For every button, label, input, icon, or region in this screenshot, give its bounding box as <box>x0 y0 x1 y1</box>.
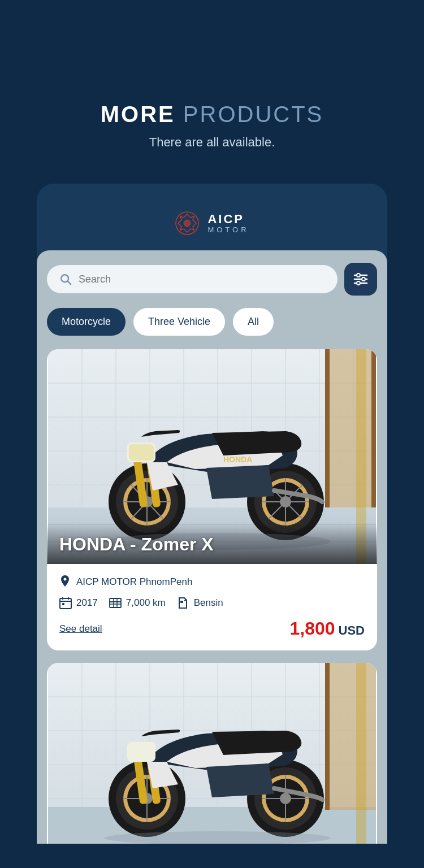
calendar-icon <box>59 597 72 609</box>
app-container: AICP MOTOR <box>37 184 387 844</box>
svg-line-3 <box>68 281 71 284</box>
more-text: MORE <box>101 102 175 127</box>
svg-rect-61 <box>110 598 121 607</box>
filter-tabs: Motorcycle Three Vehicle All <box>47 308 377 336</box>
spec-mileage-1: 7,000 km <box>109 597 166 609</box>
location-pin-icon <box>59 575 71 589</box>
price-amount-1: 1,800 <box>289 618 335 639</box>
vehicle-image-2 <box>47 663 377 844</box>
svg-rect-81 <box>325 663 376 810</box>
price-row-1: See detail 1,800 USD <box>59 618 365 639</box>
svg-rect-83 <box>356 663 366 844</box>
fuel-icon <box>177 597 189 609</box>
tab-motorcycle[interactable]: Motorcycle <box>47 308 126 336</box>
search-input-wrap[interactable] <box>47 265 338 293</box>
vehicle-image-1: HONDA HONDA - Zomer X <box>47 349 377 564</box>
svg-rect-56 <box>60 598 71 609</box>
search-input[interactable] <box>79 274 325 285</box>
tab-three-vehicle[interactable]: Three Vehicle <box>133 308 225 336</box>
vehicle-card-2 <box>47 663 377 844</box>
page-title: MORE PRODUCTS <box>23 102 401 127</box>
logo-motor: MOTOR <box>207 226 249 234</box>
svg-rect-29 <box>325 349 330 507</box>
vehicle-card-1: HONDA HONDA - Zomer X AICP MOTOR PhnomPe… <box>47 349 377 650</box>
specs-row-1: 2017 7,000 km <box>59 597 365 609</box>
subtitle-text: There are all available. <box>23 135 401 150</box>
svg-point-8 <box>362 277 365 281</box>
tab-all[interactable]: All <box>233 308 274 336</box>
svg-rect-66 <box>180 601 183 603</box>
svg-point-9 <box>357 281 360 285</box>
vehicle-name-1: HONDA - Zomer X <box>59 534 365 555</box>
price-wrap-1: 1,800 USD <box>289 618 365 639</box>
fuel-text-1: Bensin <box>194 597 223 609</box>
vehicle-details-1: AICP MOTOR PhnomPenh 2017 <box>47 564 377 650</box>
motorcycle-image-2 <box>47 663 377 844</box>
see-detail-1[interactable]: See detail <box>59 623 102 635</box>
svg-rect-60 <box>62 603 64 605</box>
top-section: MORE PRODUCTS There are all available. <box>0 0 424 184</box>
logo-text: AICP MOTOR <box>207 212 249 234</box>
filter-icon <box>353 273 368 285</box>
logo-aicp: AICP <box>207 212 249 226</box>
svg-point-7 <box>357 274 360 277</box>
svg-point-2 <box>61 275 68 282</box>
filter-button[interactable] <box>344 263 377 296</box>
logo-icon <box>175 211 200 236</box>
price-currency-1: USD <box>339 623 365 638</box>
search-bar-row <box>47 263 377 296</box>
year-text-1: 2017 <box>76 597 98 609</box>
svg-text:HONDA: HONDA <box>223 455 252 464</box>
location-row-1: AICP MOTOR PhnomPenh <box>59 575 365 589</box>
vehicle-name-overlay-1: HONDA - Zomer X <box>47 523 377 564</box>
spec-fuel-1: Bensin <box>177 597 223 609</box>
products-text: PRODUCTS <box>183 102 323 127</box>
svg-rect-30 <box>371 349 376 507</box>
mileage-icon <box>109 597 122 609</box>
svg-rect-28 <box>325 349 376 507</box>
svg-rect-100 <box>127 742 155 762</box>
svg-rect-53 <box>129 444 154 461</box>
svg-rect-82 <box>325 663 330 810</box>
app-header: AICP MOTOR <box>37 201 387 250</box>
search-icon <box>59 273 72 285</box>
app-body: Motorcycle Three Vehicle All <box>37 250 387 844</box>
location-text-1: AICP MOTOR PhnomPenh <box>76 576 192 588</box>
mileage-text-1: 7,000 km <box>126 597 166 609</box>
spec-year-1: 2017 <box>59 597 98 609</box>
